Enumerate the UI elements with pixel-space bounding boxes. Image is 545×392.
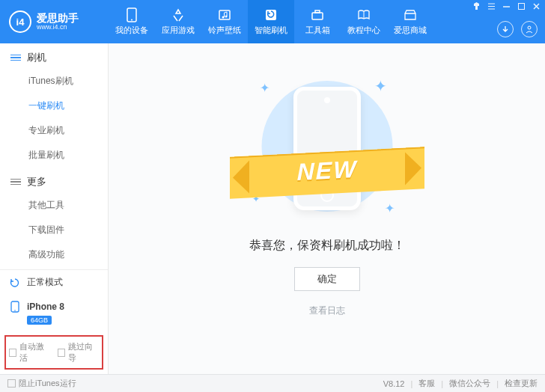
checkbox-label: 自动激活	[19, 341, 50, 364]
footer-link-wechat[interactable]: 微信公众号	[449, 378, 490, 389]
auto-activate-checkbox[interactable]: 自动激活	[9, 341, 50, 364]
sidebar-item-advanced[interactable]: 高级功能	[0, 242, 108, 267]
tab-tutorial[interactable]: 教程中心	[341, 0, 387, 43]
storage-badge: 64GB	[27, 316, 52, 325]
checkbox-icon	[58, 349, 65, 357]
svg-rect-7	[315, 10, 320, 13]
block-itunes-checkbox[interactable]: 阻止iTunes运行	[7, 378, 76, 389]
skin-icon[interactable]	[472, 2, 481, 10]
tab-mall[interactable]: 爱思商城	[387, 0, 433, 43]
sidebar-bottom: 正常模式 iPhone 8 64GB	[0, 269, 108, 331]
maximize-icon[interactable]	[517, 2, 526, 10]
sidebar: 刷机 iTunes刷机 一键刷机 专业刷机 批量刷机 更多 其他工具 下载固件 …	[0, 43, 109, 374]
sidebar-item-onekey-flash[interactable]: 一键刷机	[0, 94, 108, 118]
sidebar-group-label: 刷机	[27, 51, 46, 64]
checkbox-icon	[7, 379, 16, 388]
svg-point-4	[225, 16, 228, 18]
tab-flash[interactable]: 智能刷机	[248, 0, 294, 43]
sidebar-group-label: 更多	[27, 175, 46, 189]
tab-label: 教程中心	[347, 25, 380, 36]
main-tabs: 我的设备 应用游戏 铃声壁纸 智能刷机 工具箱	[109, 0, 433, 43]
sidebar-item-batch-flash[interactable]: 批量刷机	[0, 143, 108, 168]
checkbox-label: 阻止iTunes运行	[19, 378, 76, 389]
sidebar-item-itunes-flash[interactable]: iTunes刷机	[0, 69, 108, 94]
brand-logo[interactable]: i4 爱思助手 www.i4.cn	[0, 10, 109, 33]
book-icon	[357, 7, 371, 22]
svg-rect-13	[519, 4, 525, 10]
brand-url: www.i4.cn	[37, 23, 79, 31]
checkbox-label: 跳过向导	[68, 341, 99, 364]
brand-text: 爱思助手 www.i4.cn	[37, 13, 79, 31]
success-illustration: ✦ ✦ ✦ ✦ NEW	[237, 73, 417, 223]
logo-icon: i4	[9, 10, 31, 33]
refresh-icon	[9, 277, 21, 289]
brand-name: 爱思助手	[37, 13, 79, 23]
svg-point-16	[528, 26, 531, 29]
svg-rect-6	[312, 13, 323, 19]
list-icon	[10, 179, 21, 186]
main-content: ✦ ✦ ✦ ✦ NEW 恭喜您，保资料刷机成功啦！ 确定 查看日志	[109, 43, 545, 374]
ok-button[interactable]: 确定	[294, 267, 360, 291]
phone-icon	[9, 301, 21, 313]
tab-label: 智能刷机	[255, 25, 287, 36]
skip-guide-checkbox[interactable]: 跳过向导	[58, 341, 99, 364]
status-bar: 阻止iTunes运行 V8.12 | 客服 | 微信公众号 | 检查更新	[0, 374, 545, 392]
apps-icon	[171, 7, 185, 22]
sidebar-group-more[interactable]: 更多	[0, 168, 108, 193]
mode-row[interactable]: 正常模式	[0, 270, 108, 295]
version-label: V8.12	[383, 379, 405, 388]
app-header: i4 爱思助手 www.i4.cn 我的设备 应用游戏 铃声壁纸	[0, 0, 545, 43]
minimize-icon[interactable]	[502, 2, 511, 10]
toolbox-icon	[311, 7, 324, 22]
close-icon[interactable]	[532, 2, 541, 10]
header-aux-buttons	[497, 21, 538, 37]
tab-games[interactable]: 应用游戏	[155, 0, 201, 43]
tab-label: 爱思商城	[394, 25, 427, 36]
view-log-link[interactable]: 查看日志	[309, 304, 345, 317]
sidebar-item-pro-flash[interactable]: 专业刷机	[0, 118, 108, 143]
tab-toolbox[interactable]: 工具箱	[294, 0, 341, 43]
device-row[interactable]: iPhone 8 64GB	[0, 295, 108, 331]
music-icon	[218, 7, 231, 22]
tab-label: 工具箱	[305, 25, 330, 36]
mode-label: 正常模式	[27, 276, 63, 289]
user-button[interactable]	[521, 21, 538, 37]
footer-link-support[interactable]: 客服	[418, 378, 435, 389]
sidebar-group-flash[interactable]: 刷机	[0, 43, 108, 69]
phone-icon	[127, 7, 137, 22]
list-icon	[10, 55, 21, 61]
sidebar-checkbox-group: 自动激活 跳过向导	[4, 335, 103, 370]
banner-text: NEW	[296, 156, 357, 186]
tab-label: 铃声壁纸	[208, 25, 241, 36]
tab-label: 应用游戏	[162, 25, 195, 36]
shop-icon	[404, 7, 417, 22]
success-message: 恭喜您，保资料刷机成功啦！	[249, 238, 405, 254]
body: 刷机 iTunes刷机 一键刷机 专业刷机 批量刷机 更多 其他工具 下载固件 …	[0, 43, 545, 374]
sidebar-item-other-tools[interactable]: 其他工具	[0, 193, 108, 218]
tab-ringtone[interactable]: 铃声壁纸	[201, 0, 248, 43]
svg-point-1	[131, 19, 133, 21]
footer-right: V8.12 | 客服 | 微信公众号 | 检查更新	[383, 378, 538, 389]
menu-icon[interactable]	[487, 2, 496, 10]
svg-point-18	[14, 310, 16, 311]
download-button[interactable]	[497, 21, 514, 37]
sidebar-item-download-fw[interactable]: 下载固件	[0, 218, 108, 242]
device-name: iPhone 8	[27, 301, 64, 312]
tab-label: 我的设备	[115, 25, 148, 36]
refresh-icon	[264, 7, 278, 22]
tab-device[interactable]: 我的设备	[109, 0, 155, 43]
window-controls	[472, 2, 541, 10]
footer-link-update[interactable]: 检查更新	[505, 378, 538, 389]
checkbox-icon	[9, 349, 16, 357]
